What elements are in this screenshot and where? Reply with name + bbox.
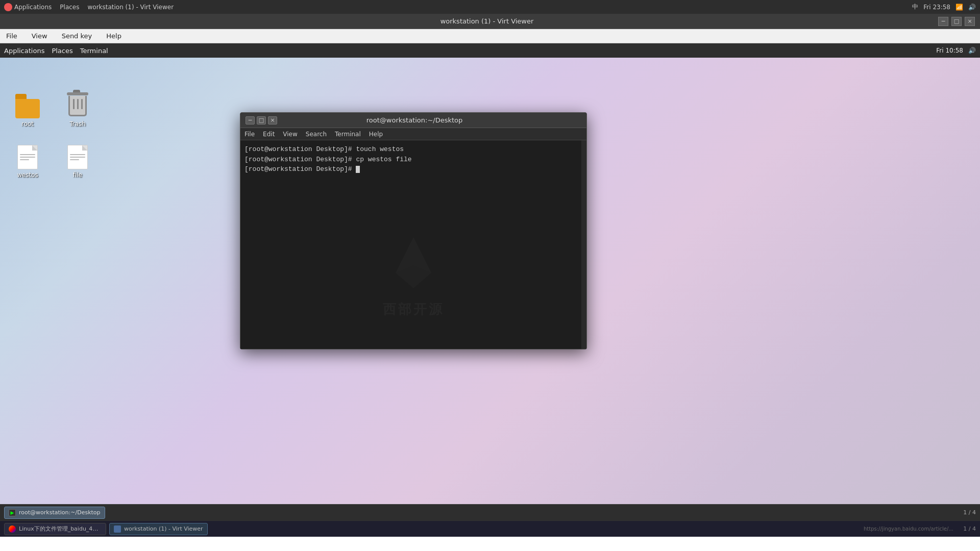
guest-volume-icon: 🔊: [968, 47, 976, 54]
terminal-menu-search[interactable]: Search: [306, 131, 327, 138]
host-apps-icon: [4, 3, 12, 11]
terminal-watermark: 西部开源: [383, 232, 444, 318]
taskbar-terminal-icon: ▶: [9, 509, 16, 516]
terminal-line-2: [root@workstation Desktop]# cp westos fi…: [244, 155, 582, 165]
guest-time: Fri 10:58: [936, 47, 963, 54]
host-window-title: workstation (1) - Virt Viewer: [87, 4, 174, 11]
host-taskbar-virt[interactable]: workstation (1) - Virt Viewer: [109, 523, 208, 535]
desktop-icon-root[interactable]: root: [7, 92, 48, 130]
desktop-icon-westos-label: westos: [17, 171, 38, 179]
virt-viewer-titlebar: workstation (1) - Virt Viewer − □ ×: [0, 14, 980, 29]
terminal-menu-terminal[interactable]: Terminal: [335, 131, 361, 138]
terminal-minimize-button[interactable]: −: [246, 116, 255, 124]
guest-taskbar: ▶ root@workstation:~/Desktop 1 / 4: [0, 504, 980, 520]
desktop-icon-root-label: root: [21, 120, 34, 128]
virt-close-button[interactable]: ×: [965, 17, 975, 26]
virt-viewer-menubar: File View Send key Help: [0, 29, 980, 43]
virt-menu-help[interactable]: Help: [104, 31, 124, 41]
terminal-scrollbar[interactable]: [581, 140, 586, 349]
guest-topbar-right: Fri 10:58 🔊: [936, 47, 976, 54]
host-apps-label: Applications: [14, 4, 52, 11]
terminal-title: root@workstation:~/Desktop: [277, 116, 552, 124]
virt-viewer-controls: − □ ×: [938, 17, 975, 26]
virt-menu-view[interactable]: View: [30, 31, 50, 41]
browser-icon: [9, 525, 16, 533]
virt-menu-sendkey[interactable]: Send key: [60, 31, 94, 41]
guest-terminal-menu[interactable]: Terminal: [80, 47, 108, 55]
terminal-cursor: [356, 166, 360, 173]
host-taskbar: Linux下的文件管理_baidu_4038908... workstation…: [0, 520, 980, 537]
terminal-menu-view[interactable]: View: [283, 131, 297, 138]
guest-applications-menu[interactable]: Applications: [4, 47, 44, 55]
host-topbar-right: 中 Fri 23:58 📶 🔊: [912, 3, 976, 11]
desktop-icon-trash-label: Trash: [69, 120, 86, 128]
guest-topbar: Applications Places Terminal Fri 10:58 🔊: [0, 43, 980, 58]
desktop-icon-file-label: file: [73, 171, 82, 179]
guest-topbar-left: Applications Places Terminal: [4, 47, 108, 55]
guest-places-menu[interactable]: Places: [52, 47, 72, 55]
virt-maximize-button[interactable]: □: [951, 17, 962, 26]
guest-taskbar-items: ▶ root@workstation:~/Desktop: [4, 507, 105, 519]
desktop-icon-file[interactable]: file: [57, 143, 98, 181]
host-taskbar-right: https://jingyan.baidu.com/article/... 1 …: [864, 525, 976, 532]
desktop-icon-westos[interactable]: westos: [7, 143, 48, 181]
terminal-menu-help[interactable]: Help: [369, 131, 383, 138]
host-url-hint: https://jingyan.baidu.com/article/...: [864, 526, 953, 532]
virt-viewer-taskbar-icon: [114, 525, 121, 533]
terminal-menu-edit[interactable]: Edit: [263, 131, 275, 138]
terminal-window: − □ × root@workstation:~/Desktop File Ed…: [240, 112, 587, 349]
host-page-indicator: 1 / 4: [963, 525, 976, 532]
terminal-titlebar: − □ × root@workstation:~/Desktop: [240, 113, 586, 128]
virt-viewer-title: workstation (1) - Virt Viewer: [36, 17, 938, 25]
host-apps-menu[interactable]: Applications: [4, 3, 52, 11]
desktop-icon-trash[interactable]: Trash: [57, 92, 98, 130]
terminal-menubar: File Edit View Search Terminal Help: [240, 128, 586, 140]
terminal-maximize-button[interactable]: □: [257, 116, 266, 124]
host-taskbar-browser[interactable]: Linux下的文件管理_baidu_4038908...: [4, 523, 106, 535]
host-taskbar-browser-label: Linux下的文件管理_baidu_4038908...: [19, 525, 102, 533]
host-topbar: Applications Places workstation (1) - Vi…: [0, 0, 980, 14]
host-topbar-left: Applications Places workstation (1) - Vi…: [4, 3, 174, 11]
host-network-icon: 📶: [955, 4, 963, 11]
host-volume-icon: 🔊: [968, 4, 976, 11]
host-input-icon: 中: [912, 3, 918, 11]
guest-desktop: Applications Places Terminal Fri 10:58 🔊…: [0, 43, 980, 520]
svg-marker-0: [396, 237, 431, 273]
taskbar-terminal-item[interactable]: ▶ root@workstation:~/Desktop: [4, 507, 105, 519]
taskbar-terminal-label: root@workstation:~/Desktop: [19, 509, 101, 516]
terminal-close-button[interactable]: ×: [268, 116, 277, 124]
terminal-body[interactable]: [root@workstation Desktop]# touch westos…: [240, 140, 586, 349]
host-datetime: Fri 23:58: [923, 4, 950, 11]
terminal-menu-file[interactable]: File: [244, 131, 255, 138]
svg-marker-1: [396, 265, 431, 288]
terminal-line-1: [root@workstation Desktop]# touch westos: [244, 144, 582, 155]
host-places-menu[interactable]: Places: [60, 4, 79, 11]
guest-taskbar-right: 1 / 4: [963, 509, 976, 516]
watermark-text: 西部开源: [383, 300, 444, 318]
terminal-line-3: [root@workstation Desktop]#: [244, 164, 582, 174]
virt-menu-file[interactable]: File: [4, 31, 19, 41]
host-taskbar-left: Linux下的文件管理_baidu_4038908... workstation…: [4, 523, 208, 535]
host-taskbar-virt-label: workstation (1) - Virt Viewer: [124, 525, 203, 532]
virt-minimize-button[interactable]: −: [938, 17, 948, 26]
